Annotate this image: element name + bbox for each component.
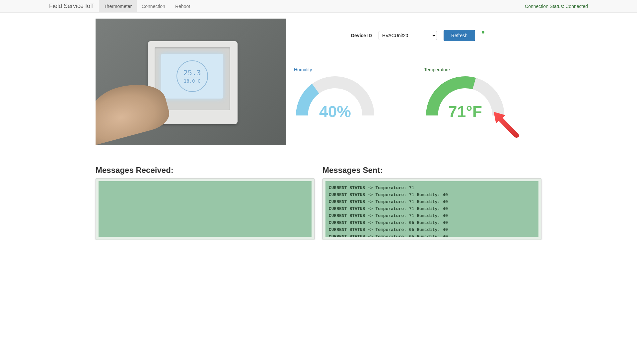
log-line: CURRENT STATUS -> Temperature: 71 [329,184,535,191]
navbar: Field Service IoT Thermometer Connection… [0,0,637,13]
temperature-gauge: Temperature 71°F [424,67,541,117]
top-row: 25.3 18.0 C Device ID HVACUnit20 Refresh [96,19,541,145]
refresh-button[interactable]: Refresh [444,30,475,41]
messages-received-col: Messages Received: [96,166,315,240]
log-line: CURRENT STATUS -> Temperature: 65 Humidi… [329,226,535,233]
tab-reboot[interactable]: Reboot [170,0,195,12]
humidity-label: Humidity [294,67,411,72]
log-line: CURRENT STATUS -> Temperature: 71 Humidi… [329,212,535,219]
log-line: CURRENT STATUS -> Temperature: 65 Humidi… [329,233,535,237]
device-id-select[interactable]: HVACUnit20 [379,31,437,40]
log-line: CURRENT STATUS -> Temperature: 71 Humidi… [329,198,535,205]
log-line: CURRENT STATUS -> Temperature: 71 Humidi… [329,191,535,198]
nav-tabs: Thermometer Connection Reboot [99,0,195,12]
humidity-gauge: Humidity 40% [294,67,411,117]
tab-thermometer[interactable]: Thermometer [99,0,137,12]
gauges-row: Humidity 40% Temperature [294,67,541,117]
log-line: CURRENT STATUS -> Temperature: 71 Humidi… [329,205,535,212]
messages-received-box [96,178,315,240]
device-id-label: Device ID [351,33,372,38]
right-panel: Device ID HVACUnit20 Refresh Humidity 40… [294,19,541,145]
connection-status: Connection Status: Connected [525,4,588,9]
thermostat-display-big: 25.3 [183,69,201,77]
messages-received-log[interactable] [99,181,312,237]
thermostat-display-small: 18.0 C [184,78,201,84]
messages-sent-box: CURRENT STATUS -> Temperature: 71CURRENT… [322,178,541,240]
bottom-row: Messages Received: Messages Sent: CURREN… [96,166,541,240]
messages-sent-log[interactable]: CURRENT STATUS -> Temperature: 71CURRENT… [325,181,538,237]
messages-sent-title: Messages Sent: [322,166,541,175]
status-dot-icon [482,31,484,34]
temperature-label: Temperature [424,67,541,72]
messages-sent-col: Messages Sent: CURRENT STATUS -> Tempera… [322,166,541,240]
log-line: CURRENT STATUS -> Temperature: 65 Humidi… [329,219,535,226]
messages-received-title: Messages Received: [96,166,315,175]
red-arrow-icon [492,110,522,140]
humidity-value: 40% [294,103,376,121]
tab-connection[interactable]: Connection [137,0,170,12]
thermostat-photo: 25.3 18.0 C [96,19,286,145]
navbar-brand[interactable]: Field Service IoT [49,3,99,10]
device-row: Device ID HVACUnit20 Refresh [294,30,541,41]
main-container: 25.3 18.0 C Device ID HVACUnit20 Refresh [46,13,591,240]
